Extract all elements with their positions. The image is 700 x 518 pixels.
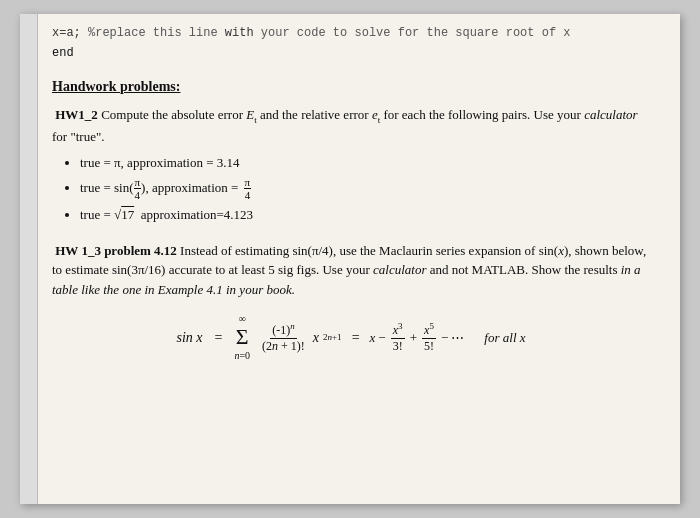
frac-x5: x5 5! [422, 321, 436, 353]
frac-x3-num: x3 [391, 321, 405, 338]
frac-denominator: (2n + 1)! [260, 339, 307, 353]
for-all-x: for all x [484, 328, 525, 348]
list-item: true = π, approximation = 3.14 [80, 153, 650, 173]
frac-x3-den: 3! [391, 339, 405, 353]
document-page: x=a; %replace this line with your code t… [20, 14, 680, 504]
hw1-2-list: true = π, approximation = 3.14 true = si… [80, 153, 650, 225]
frac-x5-den: 5! [422, 339, 436, 353]
hw1-3-title: HW 1_3 problem 4.12 Instead of estimatin… [52, 241, 650, 300]
rhs-x: x [370, 328, 376, 348]
x-power: x [313, 327, 319, 348]
section-title: Handwork problems: [52, 76, 650, 97]
hw1-2-block: HW1_2 Compute the absolute error Et and … [52, 105, 650, 225]
formula-sin-x: sin x [176, 327, 202, 348]
rhs-dots: ⋯ [451, 328, 464, 348]
page-left-tab [20, 14, 38, 504]
hw1-3-problem: problem 4.12 [104, 243, 177, 258]
math-formula: sin x = ∞ Σ n=0 (-1)n (2n + 1)! x2n+1 = [52, 311, 650, 363]
rhs-minus2: − [441, 328, 448, 348]
end-keyword: end [52, 44, 650, 62]
rhs-plus: + [410, 328, 417, 348]
frac-numerator: (-1)n [270, 321, 297, 338]
frac-sup-n: n [290, 321, 295, 331]
sigma-symbol: Σ [236, 326, 249, 348]
hw1-2-calc: calculator [584, 107, 637, 122]
sqrt-symbol: √17 [114, 207, 134, 222]
list-item: true = √17 approximation=4.123 [80, 205, 650, 225]
rhs-minus1: − [378, 328, 385, 348]
hw1-3-block: HW 1_3 problem 4.12 Instead of estimatin… [52, 241, 650, 364]
code-line: x=a; %replace this line with your code t… [52, 24, 650, 42]
frac-x5-num: x5 [422, 321, 436, 338]
x-exponent: 2n+1 [323, 331, 342, 345]
list-item: true = sin(π4), approximation = π4 [80, 176, 650, 201]
sigma-notation: ∞ Σ n=0 [234, 311, 250, 363]
page-content: x=a; %replace this line with your code t… [52, 24, 650, 363]
hw1-2-sub-t2: t [378, 115, 381, 125]
hw1-2-sub-t: t [254, 115, 257, 125]
hw1-2-id: HW1_2 [55, 107, 98, 122]
rhs-equals: = [352, 327, 360, 348]
code-text: x=a; %replace this line with your code t… [52, 26, 571, 40]
hw1-3-id: HW 1_3 [55, 243, 101, 258]
formula-rhs: x − x3 3! + x5 5! − ⋯ [370, 321, 465, 353]
fraction: (-1)n (2n + 1)! [260, 321, 307, 353]
hw1-2-title: HW1_2 Compute the absolute error Et and … [52, 105, 650, 147]
formula-equals: = [215, 327, 223, 348]
sigma-bottom: n=0 [234, 348, 250, 363]
frac-x3: x3 3! [391, 321, 405, 353]
